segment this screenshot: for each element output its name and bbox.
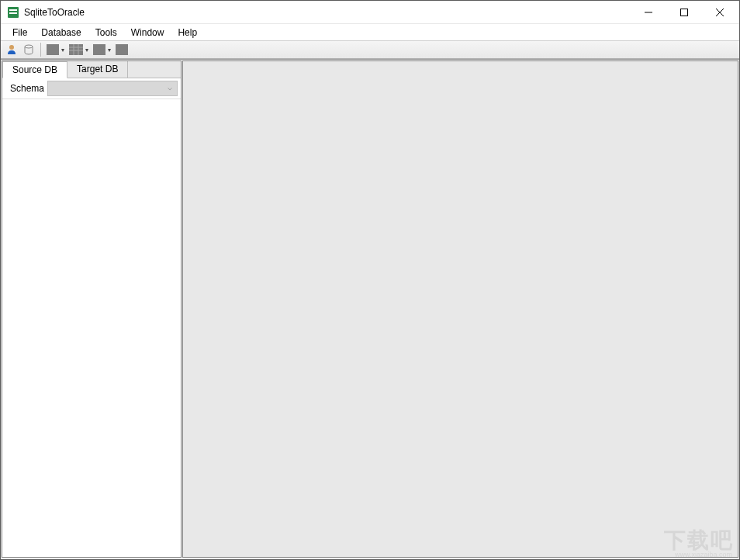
chevron-down-icon: ▾ xyxy=(85,47,88,54)
chevron-down-icon: ▾ xyxy=(108,47,111,54)
minimize-button[interactable] xyxy=(631,1,666,24)
side-panel: Source DB Target DB Schema xyxy=(2,60,182,558)
svg-point-7 xyxy=(9,45,14,50)
menu-file[interactable]: File xyxy=(5,26,34,40)
maximize-button[interactable] xyxy=(666,1,702,24)
toolbar-user-icon[interactable] xyxy=(4,42,19,57)
toolbar-separator xyxy=(40,43,41,57)
toolbar-button-4[interactable] xyxy=(114,42,130,57)
svg-rect-2 xyxy=(9,12,17,14)
svg-rect-1 xyxy=(9,9,17,11)
menu-tools[interactable]: Tools xyxy=(88,26,124,40)
square-icon xyxy=(116,44,128,55)
app-icon xyxy=(7,6,19,19)
toolbar-db-icon[interactable] xyxy=(21,42,36,57)
chevron-down-icon: ▾ xyxy=(61,47,64,54)
toolbar-dropdown-1[interactable]: ▾ xyxy=(45,44,66,55)
schema-label: Schema xyxy=(5,83,44,94)
square-icon xyxy=(93,44,105,55)
menubar: File Database Tools Window Help xyxy=(1,24,739,40)
toolbar: ▾ ▾ ▾ xyxy=(1,40,739,59)
close-button[interactable] xyxy=(702,1,738,24)
svg-rect-4 xyxy=(681,9,688,16)
content-area: Source DB Target DB Schema xyxy=(1,59,739,558)
tab-target-db[interactable]: Target DB xyxy=(67,61,128,78)
tab-source-db[interactable]: Source DB xyxy=(2,61,67,78)
titlebar: SqliteToOracle xyxy=(1,1,739,24)
toolbar-dropdown-3[interactable]: ▾ xyxy=(92,44,112,55)
menu-help[interactable]: Help xyxy=(171,26,204,40)
window-controls xyxy=(631,1,738,24)
schema-dropdown[interactable] xyxy=(47,81,178,96)
square-icon xyxy=(47,44,59,55)
tree-area[interactable] xyxy=(2,99,181,557)
grid-icon xyxy=(69,44,83,55)
schema-row: Schema xyxy=(2,78,181,99)
svg-rect-9 xyxy=(69,44,83,55)
menu-database[interactable]: Database xyxy=(34,26,88,40)
svg-point-8 xyxy=(25,45,33,48)
main-workspace xyxy=(182,60,738,558)
menu-window[interactable]: Window xyxy=(124,26,171,40)
window-title: SqliteToOracle xyxy=(24,7,631,18)
sidebar-tabs: Source DB Target DB xyxy=(2,61,181,78)
toolbar-dropdown-2[interactable]: ▾ xyxy=(67,44,90,55)
